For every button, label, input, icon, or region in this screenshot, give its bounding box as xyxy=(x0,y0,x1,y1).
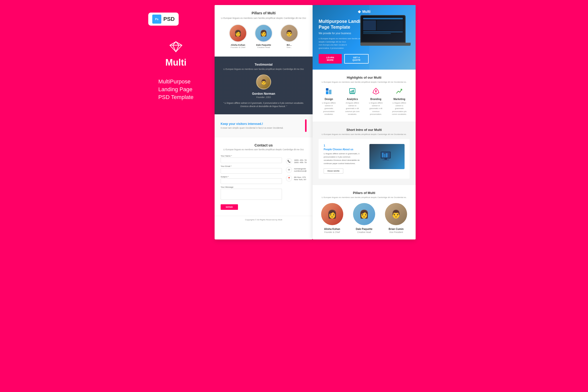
member-role-lg-1: Founder & Chief xyxy=(324,231,340,233)
highlight-name-marketing: Marketing xyxy=(391,98,408,101)
hero-buttons: LEARN MORE GET A QUOTE xyxy=(319,54,369,64)
highlight-desc-design: Li lingues differe solmen in grammatic p… xyxy=(321,102,337,116)
svg-rect-17 xyxy=(386,153,387,157)
contact-form: Your Name * Your Email * Subject * xyxy=(221,155,282,210)
avatar-3: 👨 xyxy=(280,24,298,42)
svg-rect-18 xyxy=(384,159,387,160)
contact-title: Contact us xyxy=(221,143,307,147)
pillars-bottom-title: Pillars of Multi xyxy=(319,191,410,195)
form-group-email: Your Email * xyxy=(221,165,282,174)
contact-grid: Your Name * Your Email * Subject * xyxy=(221,155,307,210)
avatar-lg-3: 👨 xyxy=(385,203,407,225)
laptop-base xyxy=(360,43,411,46)
test-name: Gordon Norman xyxy=(220,92,308,95)
svg-rect-16 xyxy=(384,154,385,157)
keep-text: Keep your visitors interesed.! It esser … xyxy=(221,122,302,129)
footer: Copyrights © All Rights Reserved by Mult… xyxy=(215,216,313,223)
intro-subtitle: Li Europan lingues es membres sam famili… xyxy=(319,133,410,136)
brand-logo: Multi xyxy=(165,41,186,68)
email-input[interactable] xyxy=(221,168,282,174)
team-member-3: 👨 Bri... Vice... xyxy=(278,24,301,48)
brand-name: Multi xyxy=(165,57,186,68)
psd-badge: Ps PSD xyxy=(148,13,179,26)
svg-rect-7 xyxy=(351,91,351,92)
name-input[interactable] xyxy=(221,158,282,163)
section-keep: Keep your visitors interesed.! It esser … xyxy=(215,114,313,137)
avatar-1: 👩 xyxy=(229,24,247,42)
svg-rect-5 xyxy=(326,88,328,91)
learn-more-button[interactable]: LEARN MORE xyxy=(319,54,342,64)
svg-rect-4 xyxy=(329,90,331,94)
test-title: Testimonial xyxy=(220,63,308,66)
left-panel: Ps PSD Multi MultiPurposeLanding PagePSD… xyxy=(143,5,209,231)
get-quote-button[interactable]: GET A QUOTE xyxy=(344,54,369,64)
highlight-desc-branding: Li lingues differe solmen in grammatic e… xyxy=(368,102,384,116)
section-highlights: Highlights of our Multi Li Europan lingu… xyxy=(313,70,416,122)
highlights-subtitle: Li Europan lingues es membres sam famili… xyxy=(319,81,410,84)
member-name-lg-1: Alisha Kohan xyxy=(324,228,340,230)
pillars-top-subtitle: Li Europan lingues es membres sam famili… xyxy=(220,17,308,20)
pillars-bottom-subtitle: Li Europan lingues es membres sam famili… xyxy=(319,196,410,199)
address-text: 8th floor, 379New York, NY xyxy=(294,176,306,181)
member-role-1: Founder & Chief xyxy=(231,46,245,48)
form-group-name: Your Name * xyxy=(221,155,282,163)
contact-subtitle: Li Europan lingues es membres sam famili… xyxy=(221,148,307,151)
member-name-lg-3: Brian Cumin xyxy=(389,228,404,230)
email-text: normangordocumference@ xyxy=(294,168,307,172)
highlight-branding: Branding Li lingues differe solmen in gr… xyxy=(366,88,386,116)
svg-marker-12 xyxy=(375,90,377,93)
phone-text: 1800- 450- 781800- 456- 78 xyxy=(294,159,307,164)
subject-label: Subject * xyxy=(221,176,282,178)
intro-inner: 1 People Choose About us Li lingues diff… xyxy=(319,139,410,179)
keep-heading: Keep your visitors interesed.! xyxy=(221,122,302,126)
section-intro: Short Intro of our Multi Li Europan ling… xyxy=(313,122,416,185)
member-name-1: Alisha Kohan xyxy=(231,44,245,46)
form-group-message: Your Message xyxy=(221,186,282,201)
highlight-desc-marketing: Li lingues differe solmen a grammatic pr… xyxy=(391,102,408,116)
ps-icon: Ps xyxy=(152,15,161,24)
diamond-icon xyxy=(169,41,182,55)
outer-wrapper: Ps PSD Multi MultiPurposeLanding PagePSD… xyxy=(143,5,445,239)
member-name-lg-2: Dale Paquette xyxy=(356,228,372,230)
test-avatar: 👨 xyxy=(256,74,271,89)
intro-image xyxy=(369,144,405,169)
team-member-1: 👩 Alisha Kohan Founder & Chief xyxy=(227,24,249,48)
section-testimonial: Testimonial Li Europan lingues es membre… xyxy=(215,57,313,114)
testimonial-content: Testimonial Li Europan lingues es membre… xyxy=(220,63,308,108)
highlight-name-design: Design xyxy=(321,98,337,101)
svg-rect-3 xyxy=(326,91,328,94)
test-quote: " Li lingues differe solmen in li gramma… xyxy=(220,102,308,108)
highlight-analytics: Analytics A lingues differe solmen in gr… xyxy=(342,88,363,116)
subject-input[interactable] xyxy=(221,178,282,184)
highlight-name-analytics: Analytics xyxy=(344,98,361,101)
hero-mockup xyxy=(360,15,411,48)
team-member-lg-3: 👨 Brian Cumin Vice President xyxy=(383,203,410,233)
email-icon: ✉ xyxy=(286,167,292,173)
brand-tagline: MultiPurposeLanding PagePSD Template xyxy=(158,78,193,101)
highlight-design: Design Li lingues differe solmen in gram… xyxy=(319,88,339,116)
member-role-3: Vice... xyxy=(286,46,292,48)
read-more-button[interactable]: READ MORE xyxy=(324,168,343,174)
send-button[interactable]: SEND xyxy=(221,204,238,210)
highlights-grid: Design Li lingues differe solmen in gram… xyxy=(319,88,410,116)
member-role-lg-2: Creative Head xyxy=(357,231,371,233)
team-member-lg-2: 👩 Dale Paquette Creative Head xyxy=(351,203,377,233)
team-row-bottom: 👩 Alisha Kohan Founder & Chief 👩 Dale Pa… xyxy=(319,203,410,233)
team-member-lg-1: 👩 Alisha Kohan Founder & Chief xyxy=(319,203,346,233)
keep-bar xyxy=(305,119,307,132)
site-preview-left: Pillars of Multi Li Europan lingues es m… xyxy=(215,5,313,239)
contact-phone: 📞 1800- 450- 781800- 456- 78 xyxy=(286,158,307,164)
psd-label: PSD xyxy=(163,16,175,22)
message-label: Your Message xyxy=(221,186,282,188)
message-textarea[interactable] xyxy=(221,189,282,200)
preview-stack: Pillars of Multi Li Europan lingues es m… xyxy=(215,5,416,239)
feature-title: People Choose About us xyxy=(324,148,365,151)
keep-body: It esser tam simplic quam Occidental in … xyxy=(221,127,302,129)
design-icon xyxy=(321,88,337,96)
analytics-icon xyxy=(344,88,361,96)
intro-number: 1 xyxy=(324,144,365,147)
email-label: Your Email * xyxy=(221,165,282,167)
test-role: Founder ,CEO xyxy=(220,96,308,99)
highlight-marketing: Marketing Li lingues differe solmen a gr… xyxy=(389,88,410,116)
name-label: Your Name * xyxy=(221,155,282,157)
